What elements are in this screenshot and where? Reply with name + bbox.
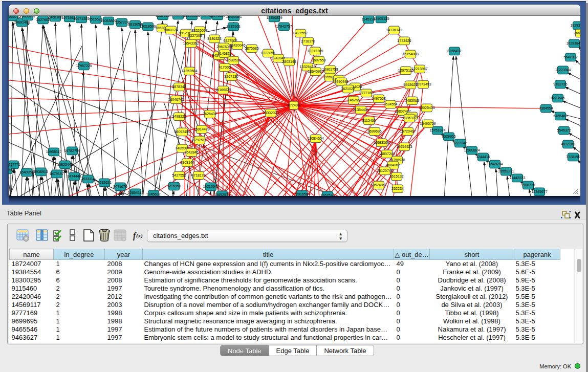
svg-text:16053809: 16053809 bbox=[100, 19, 116, 23]
svg-text:16782759: 16782759 bbox=[64, 149, 80, 152]
svg-text:1167534: 1167534 bbox=[321, 193, 335, 196]
svg-text:10973493: 10973493 bbox=[415, 82, 431, 86]
svg-text:19218506: 19218506 bbox=[140, 25, 156, 28]
svg-text:12213967: 12213967 bbox=[411, 67, 427, 71]
svg-text:3803144: 3803144 bbox=[180, 161, 194, 164]
svg-text:24055712: 24055712 bbox=[9, 16, 21, 18]
svg-text:7986322: 7986322 bbox=[402, 116, 416, 120]
svg-text:417006: 417006 bbox=[219, 65, 230, 69]
svg-text:(x): (x) bbox=[136, 232, 143, 239]
svg-text:3728190: 3728190 bbox=[566, 155, 580, 159]
svg-text:1297511: 1297511 bbox=[193, 138, 207, 142]
svg-text:10853287: 10853287 bbox=[19, 16, 35, 18]
svg-text:16543362: 16543362 bbox=[183, 41, 199, 45]
svg-text:7364554: 7364554 bbox=[539, 106, 553, 110]
svg-text:15692971: 15692971 bbox=[214, 193, 230, 196]
svg-text:16046745: 16046745 bbox=[168, 98, 184, 101]
svg-text:9988776: 9988776 bbox=[521, 183, 535, 187]
svg-text:9463627: 9463627 bbox=[403, 83, 417, 86]
svg-text:23302023: 23302023 bbox=[263, 111, 278, 115]
svg-text:9146821: 9146821 bbox=[217, 52, 231, 55]
svg-text:252234: 252234 bbox=[391, 187, 403, 190]
svg-text:12093874: 12093874 bbox=[464, 148, 480, 152]
svg-text:56093459: 56093459 bbox=[174, 130, 190, 134]
svg-text:5647382: 5647382 bbox=[563, 55, 577, 59]
svg-text:12213369: 12213369 bbox=[307, 49, 323, 53]
svg-text:15495759: 15495759 bbox=[420, 122, 435, 125]
svg-text:20552211: 20552211 bbox=[498, 169, 514, 173]
svg-text:10025433: 10025433 bbox=[419, 106, 434, 110]
svg-text:6497568: 6497568 bbox=[372, 97, 385, 100]
svg-text:17016504: 17016504 bbox=[294, 192, 310, 196]
svg-text:9329966: 9329966 bbox=[442, 135, 455, 138]
svg-text:20691406: 20691406 bbox=[14, 20, 30, 24]
svg-text:11442233: 11442233 bbox=[510, 176, 526, 180]
svg-text:12823445: 12823445 bbox=[57, 163, 73, 166]
svg-text:16648784: 16648784 bbox=[487, 162, 503, 166]
svg-text:12505135: 12505135 bbox=[373, 17, 389, 20]
svg-text:5546372: 5546372 bbox=[557, 128, 571, 132]
svg-text:8186323: 8186323 bbox=[207, 37, 221, 40]
svg-text:9684067: 9684067 bbox=[386, 163, 400, 167]
svg-text:2687682: 2687682 bbox=[156, 16, 169, 17]
svg-text:16120746: 16120746 bbox=[377, 169, 393, 172]
svg-text:2718170: 2718170 bbox=[301, 39, 315, 43]
svg-text:6455463: 6455463 bbox=[553, 114, 567, 118]
svg-text:5878342: 5878342 bbox=[172, 85, 186, 89]
svg-text:12975115: 12975115 bbox=[398, 69, 414, 72]
svg-text:18807249: 18807249 bbox=[379, 152, 395, 156]
svg-text:9242845: 9242845 bbox=[271, 56, 285, 60]
svg-text:8765432: 8765432 bbox=[447, 49, 461, 53]
svg-text:1621022: 1621022 bbox=[341, 87, 355, 91]
svg-text:7663822: 7663822 bbox=[574, 31, 580, 35]
svg-text:1640954: 1640954 bbox=[19, 170, 33, 174]
svg-text:1588520: 1588520 bbox=[226, 58, 240, 62]
svg-text:2803144: 2803144 bbox=[282, 60, 296, 63]
svg-text:15716485: 15716485 bbox=[9, 168, 15, 171]
svg-text:13524851: 13524851 bbox=[371, 183, 386, 187]
svg-text:9182736: 9182736 bbox=[553, 82, 567, 86]
svg-text:23420046: 23420046 bbox=[229, 43, 245, 47]
svg-text:19283746: 19283746 bbox=[570, 24, 580, 27]
svg-text:15720407: 15720407 bbox=[400, 129, 416, 133]
svg-text:19384554: 19384554 bbox=[308, 137, 323, 140]
svg-text:14353584: 14353584 bbox=[181, 69, 197, 73]
svg-text:2642845: 2642845 bbox=[184, 150, 198, 154]
svg-text:1498222: 1498222 bbox=[172, 115, 186, 118]
svg-text:1244415: 1244415 bbox=[476, 155, 490, 159]
svg-text:746266: 746266 bbox=[347, 98, 359, 102]
svg-text:7625402: 7625402 bbox=[203, 112, 216, 116]
svg-text:10958117: 10958117 bbox=[46, 150, 62, 154]
svg-text:1607558: 1607558 bbox=[312, 58, 325, 62]
svg-text:4718170: 4718170 bbox=[191, 173, 205, 177]
svg-text:3267130: 3267130 bbox=[224, 75, 238, 78]
svg-text:4637281: 4637281 bbox=[561, 142, 575, 146]
svg-text:6479197: 6479197 bbox=[50, 172, 63, 176]
svg-text:20206556: 20206556 bbox=[184, 16, 200, 17]
svg-text:1733426: 1733426 bbox=[397, 39, 411, 42]
svg-text:8990448: 8990448 bbox=[334, 80, 348, 83]
svg-text:17942757: 17942757 bbox=[276, 25, 292, 28]
svg-text:14136141: 14136141 bbox=[386, 28, 402, 32]
svg-text:16671355: 16671355 bbox=[73, 17, 89, 20]
svg-text:3215958: 3215958 bbox=[167, 184, 181, 188]
svg-text:9860124: 9860124 bbox=[164, 28, 178, 32]
svg-text:10654112: 10654112 bbox=[128, 191, 144, 194]
svg-text:9699695: 9699695 bbox=[367, 129, 381, 133]
svg-text:18450561: 18450561 bbox=[226, 16, 242, 18]
svg-text:19654923: 19654923 bbox=[396, 145, 412, 148]
svg-text:16154808: 16154808 bbox=[402, 52, 418, 56]
svg-text:33975887: 33975887 bbox=[209, 16, 225, 17]
svg-text:10293847: 10293847 bbox=[566, 41, 580, 45]
svg-text:8273645: 8273645 bbox=[551, 96, 564, 100]
svg-text:9245632: 9245632 bbox=[146, 192, 160, 196]
svg-text:9115460: 9115460 bbox=[362, 119, 376, 122]
svg-text:9474444: 9474444 bbox=[67, 174, 81, 178]
svg-text:9327508: 9327508 bbox=[188, 34, 202, 37]
svg-text:8427552: 8427552 bbox=[293, 31, 307, 35]
svg-text:18640910: 18640910 bbox=[308, 70, 323, 73]
svg-text:11223344: 11223344 bbox=[555, 68, 571, 72]
svg-text:10688609: 10688609 bbox=[374, 141, 389, 144]
svg-text:8471676: 8471676 bbox=[113, 185, 127, 188]
svg-text:1615132: 1615132 bbox=[389, 174, 403, 178]
